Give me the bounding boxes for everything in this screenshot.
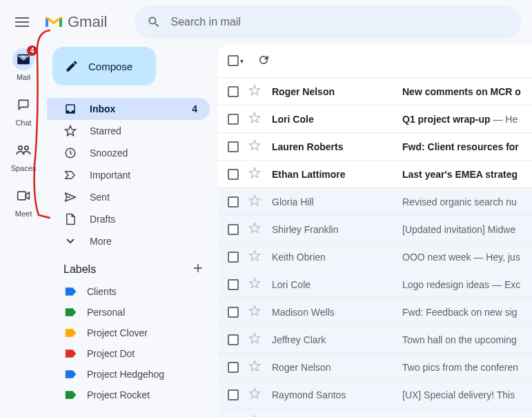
label-name: Personal <box>87 307 125 318</box>
email-row[interactable]: Raymond Santos [UX] Special delivery! Th… <box>218 380 532 408</box>
label-name: Project Rocket <box>87 389 150 400</box>
email-sender: Shirley Franklin <box>272 224 393 235</box>
search-icon <box>147 15 161 29</box>
email-checkbox[interactable] <box>228 86 239 97</box>
search-input[interactable] <box>170 16 509 28</box>
nav-snoozed[interactable]: Snoozed <box>47 142 210 164</box>
star-toggle[interactable] <box>248 139 262 154</box>
label-personal[interactable]: Personal <box>47 302 218 323</box>
star-toggle[interactable] <box>248 277 262 292</box>
mail-badge: 4 <box>27 45 37 56</box>
email-row[interactable]: Lori Cole Logo redesign ideas — Exc <box>218 270 532 298</box>
email-checkbox[interactable] <box>228 362 239 373</box>
label-icon <box>65 390 76 400</box>
compose-button[interactable]: Compose <box>52 47 156 85</box>
svg-point-1 <box>25 146 28 150</box>
email-checkbox[interactable] <box>228 141 239 152</box>
nav-starred-label: Starred <box>90 125 121 136</box>
email-sender: Ethan Lattimore <box>272 169 393 180</box>
email-checkbox[interactable] <box>228 307 239 318</box>
refresh-button[interactable] <box>257 54 270 68</box>
email-sender: Keith Obrien <box>272 252 393 263</box>
chat-icon <box>17 98 30 112</box>
star-toggle[interactable] <box>248 387 262 402</box>
email-row[interactable]: Madison Wells Fwd: Feedback on new sig <box>218 298 532 325</box>
email-row[interactable]: Jeffrey Clark Town hall on the upcoming <box>218 325 532 353</box>
nav-drafts[interactable]: Drafts <box>47 208 210 230</box>
email-row[interactable]: Keith Obrien OOO next week — Hey, jus <box>218 243 532 270</box>
email-row[interactable]: Ethan Lattimore Last year's EMEA strateg <box>218 160 532 187</box>
nav-inbox-label: Inbox <box>90 103 115 114</box>
email-subject: Town hall on the upcoming <box>402 334 532 345</box>
add-label-button[interactable] <box>192 262 204 277</box>
email-checkbox[interactable] <box>228 169 239 180</box>
nav-drafts-label: Drafts <box>90 214 115 225</box>
label-project-clover[interactable]: Project Clover <box>47 323 218 343</box>
nav-more-label: More <box>90 236 112 247</box>
email-row[interactable]: Gloria Hill Revised organic search nu <box>218 187 532 215</box>
label-project-dot[interactable]: Project Dot <box>47 343 218 364</box>
email-checkbox[interactable] <box>228 196 239 207</box>
email-row[interactable]: Lori Cole Q1 project wrap-up — He <box>218 105 532 132</box>
email-subject: OOO next week — Hey, jus <box>402 252 532 263</box>
mini-nav-spaces[interactable]: Spaces <box>0 139 47 172</box>
label-project-hedgehog[interactable]: Project Hedgehog <box>47 364 218 385</box>
star-toggle[interactable] <box>248 112 262 126</box>
mini-nav-mail-label: Mail <box>17 73 30 81</box>
email-sender: Roger Nelson <box>272 362 393 373</box>
email-sender: Gloria Hill <box>272 196 393 207</box>
clock-icon <box>63 147 77 159</box>
select-all-checkbox[interactable]: ▾ <box>228 55 244 66</box>
email-checkbox[interactable] <box>228 114 239 125</box>
email-subject: Revised organic search nu <box>402 196 532 207</box>
mini-nav-chat[interactable]: Chat <box>0 94 47 127</box>
nav-important-label: Important <box>90 170 130 181</box>
star-toggle[interactable] <box>248 194 262 209</box>
email-row[interactable]: Lauren, me 2 Re: Project Skylight 1-page <box>218 408 532 417</box>
email-checkbox[interactable] <box>228 389 239 400</box>
email-row[interactable]: Lauren Roberts Fwd: Client resources for <box>218 132 532 160</box>
label-project-rocket[interactable]: Project Rocket <box>47 385 218 405</box>
star-toggle[interactable] <box>248 305 262 319</box>
nav-important[interactable]: Important <box>47 164 210 186</box>
email-subject: Fwd: Feedback on new sig <box>402 307 532 318</box>
main-menu-button[interactable] <box>6 6 39 39</box>
inbox-icon <box>63 103 77 115</box>
mini-nav-meet[interactable]: Meet <box>0 185 47 218</box>
email-row[interactable]: Roger Nelson New comments on MCR o <box>218 77 532 105</box>
email-subject: Logo redesign ideas — Exc <box>402 279 532 290</box>
star-toggle[interactable] <box>248 332 262 347</box>
email-checkbox[interactable] <box>228 252 239 263</box>
email-subject: Last year's EMEA strateg <box>402 169 532 180</box>
email-sender: Lori Cole <box>272 279 393 290</box>
label-icon <box>65 369 76 379</box>
nav-more[interactable]: More <box>47 230 210 252</box>
label-icon <box>65 287 76 296</box>
search-bar[interactable] <box>135 6 521 39</box>
nav-inbox[interactable]: Inbox 4 <box>47 98 210 120</box>
star-toggle[interactable] <box>248 250 262 264</box>
email-row[interactable]: Shirley Franklin [Updated invitation] Mi… <box>218 215 532 243</box>
email-checkbox[interactable] <box>228 334 239 345</box>
nav-starred[interactable]: Starred <box>47 120 210 142</box>
nav-snoozed-label: Snoozed <box>90 148 128 159</box>
email-row[interactable]: Roger Nelson Two pics from the conferen <box>218 353 532 380</box>
star-toggle[interactable] <box>248 84 262 99</box>
email-checkbox[interactable] <box>228 279 239 290</box>
nav-sent[interactable]: Sent <box>47 186 210 208</box>
star-toggle[interactable] <box>248 167 262 181</box>
mini-nav-meet-label: Meet <box>15 210 32 218</box>
star-toggle[interactable] <box>248 360 262 374</box>
label-icon <box>65 307 76 317</box>
label-clients[interactable]: Clients <box>47 281 218 302</box>
label-icon <box>65 349 76 358</box>
select-dropdown-caret[interactable]: ▾ <box>240 57 244 65</box>
star-toggle[interactable] <box>248 222 262 236</box>
mini-nav-mail[interactable]: 4 Mail <box>0 48 47 81</box>
svg-rect-2 <box>18 192 26 200</box>
gmail-logo[interactable]: Gmail <box>44 13 107 31</box>
meet-icon <box>17 190 30 201</box>
email-checkbox[interactable] <box>228 224 239 235</box>
gmail-text: Gmail <box>68 13 107 31</box>
star-icon <box>63 125 77 137</box>
